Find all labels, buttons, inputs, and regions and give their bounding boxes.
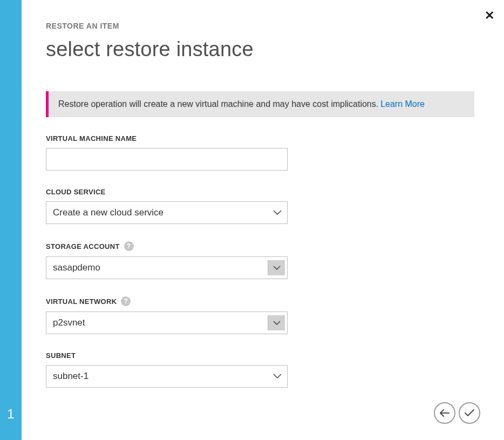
virtual-network-value: p2svnet [46,317,268,328]
virtual-network-label: VIRTUAL NETWORK [46,297,117,306]
chevron-down-icon [268,315,285,330]
help-icon[interactable]: ? [124,241,134,251]
subnet-value: subnet-1 [46,371,268,382]
cloud-service-select[interactable]: Create a new cloud service [46,201,288,224]
arrow-left-icon [440,409,449,417]
subnet-select[interactable]: subnet-1 [46,365,288,388]
chevron-down-icon [268,202,287,224]
main-content: ✕ RESTORE AN ITEM select restore instanc… [22,0,504,440]
chevron-down-icon [268,260,285,275]
subnet-label: SUBNET [46,351,474,360]
back-button[interactable] [434,402,455,424]
cloud-service-value: Create a new cloud service [46,207,268,218]
virtual-network-select[interactable]: p2svnet [46,312,288,334]
field-storage-account: STORAGE ACCOUNT ? sasapdemo [46,241,474,279]
banner-text: Restore operation will create a new virt… [58,99,378,109]
step-number: 1 [7,407,14,422]
wizard-step-rail: 1 [0,0,22,440]
learn-more-link[interactable]: Learn More [380,99,425,109]
field-vm-name: VIRTUAL MACHINE NAME [46,134,474,171]
field-subnet: SUBNET subnet-1 [46,351,474,388]
close-icon[interactable]: ✕ [485,10,494,22]
storage-account-value: sasapdemo [46,262,268,273]
field-cloud-service: CLOUD SERVICE Create a new cloud service [46,188,474,224]
cloud-service-label: CLOUD SERVICE [46,188,474,196]
vm-name-label: VIRTUAL MACHINE NAME [46,134,474,143]
vm-name-input[interactable] [46,148,288,171]
help-icon[interactable]: ? [121,296,131,306]
storage-account-select[interactable]: sasapdemo [46,256,288,279]
check-icon [464,409,475,417]
info-banner: Restore operation will create a new virt… [46,91,474,117]
confirm-button[interactable] [459,402,480,424]
breadcrumb: RESTORE AN ITEM [46,22,474,30]
field-virtual-network: VIRTUAL NETWORK ? p2svnet [46,296,474,334]
storage-account-label: STORAGE ACCOUNT [46,242,120,251]
wizard-nav [434,402,480,424]
page-title: select restore instance [46,38,474,61]
chevron-down-icon [268,365,287,387]
